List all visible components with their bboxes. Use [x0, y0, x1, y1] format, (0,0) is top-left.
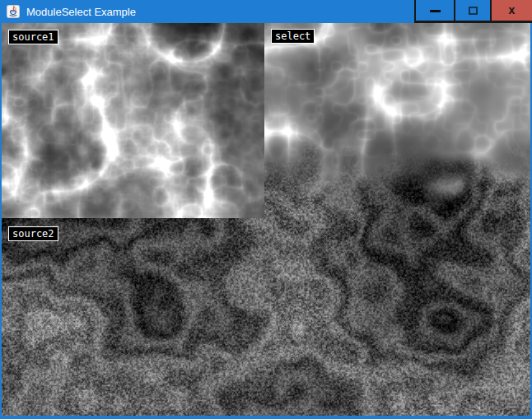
minimize-icon — [430, 10, 441, 12]
maximize-icon — [469, 7, 478, 15]
titlebar[interactable]: ModuleSelect Example x — [0, 0, 532, 23]
window-controls: x — [414, 0, 532, 23]
close-icon: x — [509, 4, 516, 16]
label-source1: source1 — [8, 30, 58, 44]
noise-render-canvas — [2, 23, 530, 416]
render-area: source1 select source2 — [0, 23, 532, 419]
close-button[interactable]: x — [490, 0, 532, 23]
label-select: select — [271, 29, 315, 44]
label-source2: source2 — [8, 226, 58, 241]
app-window: ModuleSelect Example x source1 select so… — [0, 0, 532, 419]
maximize-button[interactable] — [454, 0, 490, 23]
minimize-button[interactable] — [414, 0, 454, 23]
window-title: ModuleSelect Example — [26, 6, 414, 18]
java-coffee-cup-icon — [7, 5, 20, 18]
